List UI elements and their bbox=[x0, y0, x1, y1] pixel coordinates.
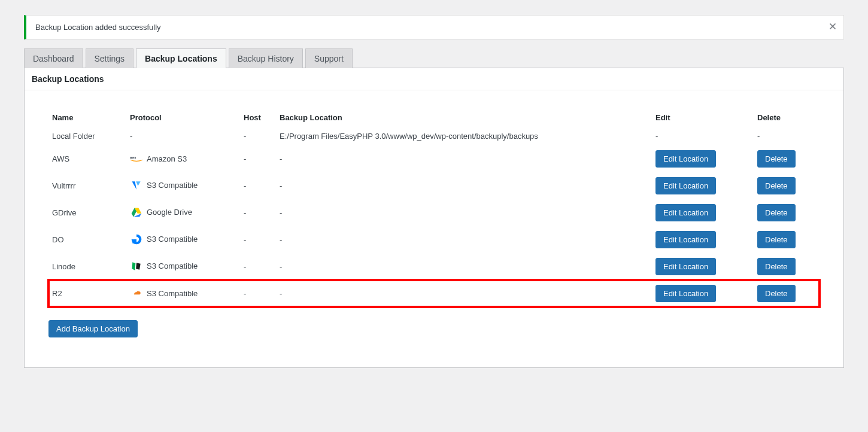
cell-location: - bbox=[276, 172, 652, 199]
protocol-label: Amazon S3 bbox=[147, 154, 187, 163]
tab-backup-history[interactable]: Backup History bbox=[229, 48, 303, 68]
success-notice: Backup Location added successfully bbox=[24, 15, 844, 39]
table-row: AWSawsAmazon S3--Edit LocationDelete bbox=[48, 145, 820, 172]
cell-edit: Edit Location bbox=[652, 145, 754, 172]
cell-host: - bbox=[240, 253, 276, 280]
protocol-label: Google Drive bbox=[147, 208, 192, 217]
cell-host: - bbox=[240, 280, 276, 307]
th-delete: Delete bbox=[754, 108, 820, 127]
protocol-label: S3 Compatible bbox=[147, 181, 198, 190]
cell-protocol: S3 Compatible bbox=[126, 226, 240, 253]
table-row: DOS3 Compatible--Edit LocationDelete bbox=[48, 226, 820, 253]
cell-location: - bbox=[276, 145, 652, 172]
delete-button[interactable]: Delete bbox=[757, 285, 796, 302]
th-name: Name bbox=[48, 108, 126, 127]
cell-host: - bbox=[240, 127, 276, 145]
cell-host: - bbox=[240, 172, 276, 199]
edit-location-button[interactable]: Edit Location bbox=[655, 204, 716, 221]
cell-host: - bbox=[240, 145, 276, 172]
cell-delete: Delete bbox=[754, 145, 820, 172]
delete-button[interactable]: Delete bbox=[757, 258, 796, 275]
panel: Backup Locations Name Protocol Host Back… bbox=[24, 68, 844, 368]
cell-location: - bbox=[276, 199, 652, 226]
table-row: R2S3 Compatible--Edit LocationDelete bbox=[48, 280, 820, 307]
cell-location: - bbox=[276, 280, 652, 307]
edit-location-button[interactable]: Edit Location bbox=[655, 285, 716, 302]
cell-delete: Delete bbox=[754, 172, 820, 199]
cell-name: GDrive bbox=[48, 199, 126, 226]
tab-support[interactable]: Support bbox=[305, 48, 353, 68]
cell-delete: - bbox=[754, 127, 820, 145]
protocol-label: S3 Compatible bbox=[147, 261, 198, 270]
th-edit: Edit bbox=[652, 108, 754, 127]
delete-button[interactable]: Delete bbox=[757, 150, 796, 168]
edit-location-button[interactable]: Edit Location bbox=[655, 258, 716, 275]
vultr-icon bbox=[130, 179, 143, 192]
tab-backup-locations[interactable]: Backup Locations bbox=[136, 48, 226, 68]
cell-name: Vultrrrr bbox=[48, 172, 126, 199]
cell-delete: Delete bbox=[754, 199, 820, 226]
th-protocol: Protocol bbox=[126, 108, 240, 127]
cell-edit: Edit Location bbox=[652, 172, 754, 199]
cell-host: - bbox=[240, 199, 276, 226]
cell-name: DO bbox=[48, 226, 126, 253]
th-location: Backup Location bbox=[276, 108, 652, 127]
cell-edit: Edit Location bbox=[652, 226, 754, 253]
tab-dashboard[interactable]: Dashboard bbox=[24, 48, 83, 68]
edit-location-button[interactable]: Edit Location bbox=[655, 177, 716, 194]
table-row: VultrrrrS3 Compatible--Edit LocationDele… bbox=[48, 172, 820, 199]
cell-name: Local Folder bbox=[48, 127, 126, 145]
close-icon bbox=[828, 22, 837, 31]
cell-protocol: awsAmazon S3 bbox=[126, 145, 240, 172]
cell-edit: Edit Location bbox=[652, 280, 754, 307]
tab-settings[interactable]: Settings bbox=[86, 48, 134, 68]
cell-location: - bbox=[276, 253, 652, 280]
svg-rect-1 bbox=[134, 239, 136, 242]
protocol-label: S3 Compatible bbox=[147, 235, 198, 244]
delete-button[interactable]: Delete bbox=[757, 231, 796, 248]
cell-delete: Delete bbox=[754, 280, 820, 307]
cell-edit: - bbox=[652, 127, 754, 145]
delete-button[interactable]: Delete bbox=[757, 177, 796, 194]
edit-location-button[interactable]: Edit Location bbox=[655, 231, 716, 248]
cell-protocol: S3 Compatible bbox=[126, 280, 240, 307]
locations-table: Name Protocol Host Backup Location Edit … bbox=[48, 108, 820, 307]
dismiss-notice-button[interactable] bbox=[828, 22, 837, 34]
cell-location: E:/Program Files/EasyPHP 3.0/www/wp_dev/… bbox=[276, 127, 652, 145]
svg-text:aws: aws bbox=[130, 156, 136, 159]
delete-button[interactable]: Delete bbox=[757, 204, 796, 221]
do-icon bbox=[130, 233, 143, 246]
gdrive-icon bbox=[130, 206, 143, 219]
cell-edit: Edit Location bbox=[652, 253, 754, 280]
cell-name: AWS bbox=[48, 145, 126, 172]
cell-name: Linode bbox=[48, 253, 126, 280]
cell-edit: Edit Location bbox=[652, 199, 754, 226]
edit-location-button[interactable]: Edit Location bbox=[655, 150, 716, 168]
cell-location: - bbox=[276, 226, 652, 253]
protocol-label: S3 Compatible bbox=[147, 289, 198, 298]
cell-protocol: - bbox=[126, 127, 240, 145]
cell-name: R2 bbox=[48, 280, 126, 307]
cell-delete: Delete bbox=[754, 253, 820, 280]
cell-protocol: Google Drive bbox=[126, 199, 240, 226]
aws-icon: aws bbox=[130, 152, 143, 165]
table-row: LinodeS3 Compatible--Edit LocationDelete bbox=[48, 253, 820, 280]
add-backup-location-button[interactable]: Add Backup Location bbox=[48, 320, 138, 337]
panel-title: Backup Locations bbox=[25, 68, 843, 90]
th-host: Host bbox=[240, 108, 276, 127]
cell-host: - bbox=[240, 226, 276, 253]
cell-protocol: S3 Compatible bbox=[126, 172, 240, 199]
r2-icon bbox=[130, 287, 143, 300]
notice-text: Backup Location added successfully bbox=[35, 23, 161, 32]
cell-protocol: S3 Compatible bbox=[126, 253, 240, 280]
table-row: GDriveGoogle Drive--Edit LocationDelete bbox=[48, 199, 820, 226]
table-row: Local Folder--E:/Program Files/EasyPHP 3… bbox=[48, 127, 820, 145]
svg-rect-2 bbox=[132, 242, 134, 244]
cell-delete: Delete bbox=[754, 226, 820, 253]
tab-nav: DashboardSettingsBackup LocationsBackup … bbox=[24, 48, 844, 68]
linode-icon bbox=[130, 260, 143, 273]
